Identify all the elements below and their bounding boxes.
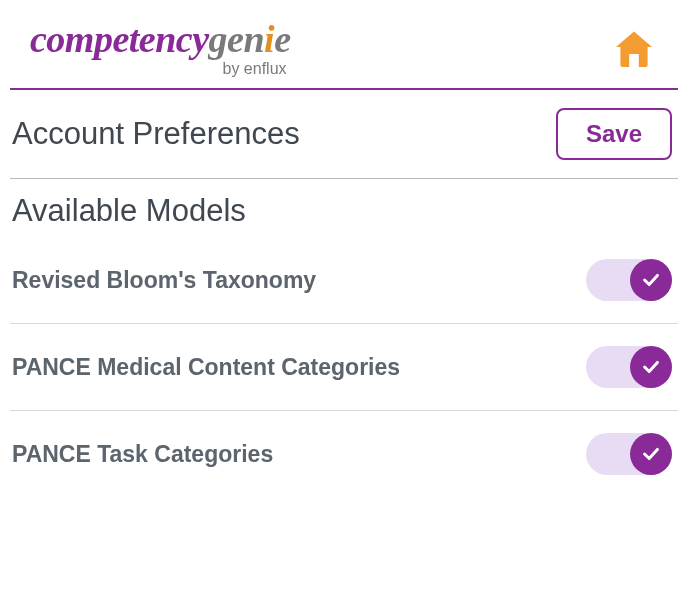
save-button[interactable]: Save	[556, 108, 672, 160]
preferences-bar: Account Preferences Save	[10, 90, 678, 179]
check-icon	[630, 259, 672, 301]
brand-part2: gen	[209, 18, 265, 60]
model-row: Revised Bloom's Taxonomy	[10, 237, 678, 324]
check-icon	[630, 433, 672, 475]
home-icon[interactable]	[610, 25, 658, 73]
brand-part1: competency	[30, 18, 209, 60]
brand-tagline: by enflux	[222, 60, 286, 78]
model-toggle[interactable]	[586, 346, 672, 388]
model-toggle[interactable]	[586, 433, 672, 475]
model-label: PANCE Medical Content Categories	[12, 354, 400, 381]
model-toggle[interactable]	[586, 259, 672, 301]
app-header: competencygenie by enflux	[10, 20, 678, 90]
brand-wordmark: competencygenie	[30, 20, 291, 58]
model-row: PANCE Medical Content Categories	[10, 324, 678, 411]
model-label: PANCE Task Categories	[12, 441, 273, 468]
model-row: PANCE Task Categories	[10, 411, 678, 497]
brand-part3: i	[264, 18, 274, 60]
brand-logo: competencygenie by enflux	[30, 20, 291, 78]
model-label: Revised Bloom's Taxonomy	[12, 267, 316, 294]
section-title-available-models: Available Models	[10, 179, 678, 237]
page-title: Account Preferences	[12, 116, 300, 152]
check-icon	[630, 346, 672, 388]
brand-part4: e	[274, 18, 290, 60]
